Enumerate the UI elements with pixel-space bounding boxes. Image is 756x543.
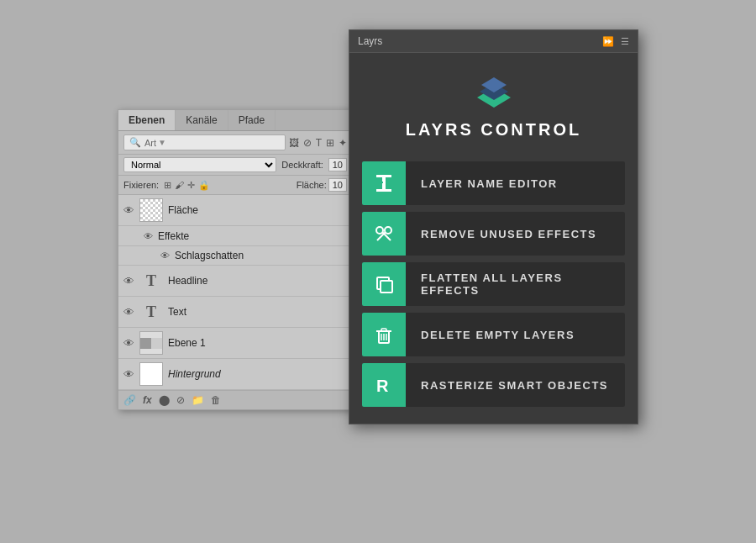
layer-name-editor-icon <box>362 161 406 205</box>
layer-item[interactable]: 👁 Schlagschatten <box>118 246 352 266</box>
layrs-logo <box>465 70 523 120</box>
menu-icon[interactable]: ☰ <box>621 36 629 47</box>
adjustment-icon[interactable]: ⬤ <box>159 394 170 406</box>
tab-pfade[interactable]: Pfade <box>228 110 276 130</box>
text-layer-icon: T <box>146 303 156 321</box>
visibility-icon[interactable]: 👁 <box>144 231 153 241</box>
visibility-icon[interactable]: 👁 <box>123 204 134 217</box>
layrs-title-icons: ⏩ ☰ <box>602 36 629 47</box>
layrs-buttons-container: LAYER NAME EDITOR REMOVE UNUSED EFFECTS <box>349 153 638 424</box>
ps-tabs: Ebenen Kanäle Pfade <box>118 110 352 131</box>
search-icon: 🔍 <box>129 137 141 148</box>
transform-icon: ⊞ <box>326 137 334 149</box>
layer-name-editor-button[interactable]: LAYER NAME EDITOR <box>362 161 625 205</box>
layer-name: Hintergrund <box>168 368 221 380</box>
fix-label: Fixieren: <box>123 180 159 190</box>
layer-name: Headline <box>168 275 207 287</box>
text-layer-icon: T <box>146 272 156 290</box>
layrs-app-title: LAYRS CONTROL <box>406 120 581 140</box>
ps-layers-panel: Ebenen Kanäle Pfade 🔍 Art ▼ 🖼 ⊘ T ⊞ ✦ No… <box>118 109 353 410</box>
layer-thumbnail <box>139 331 163 355</box>
trash-icon <box>372 323 396 346</box>
layer-name-editor-label: LAYER NAME EDITOR <box>406 177 558 190</box>
fix-paint-icon[interactable]: 🖌 <box>175 180 184 191</box>
rasterize-smart-objects-label: RASTERIZE SMART OBJECTS <box>406 379 608 392</box>
flatten-all-layers-label: FLATTEN ALL LAYERS EFFECTS <box>406 272 625 297</box>
layer-search-input[interactable]: 🔍 Art ▼ <box>123 134 286 150</box>
tab-kanaele[interactable]: Kanäle <box>176 110 228 130</box>
tab-ebenen[interactable]: Ebenen <box>118 110 176 130</box>
layer-item[interactable]: 👁 Ebene 1 <box>118 328 352 359</box>
image-layer-icon: 🖼 <box>289 137 299 149</box>
fix-move-icon[interactable]: ✛ <box>187 180 195 191</box>
svg-text:R: R <box>376 377 389 395</box>
rasterize-smart-objects-icon: R <box>362 363 406 407</box>
flaeche-row: Fläche: 10 <box>297 178 347 192</box>
delete-empty-layers-label: DELETE EMPTY LAYERS <box>406 329 575 341</box>
layer-name: Text <box>168 306 186 318</box>
layrs-titlebar: Layrs ⏩ ☰ <box>349 30 638 53</box>
group-icon[interactable]: 📁 <box>192 394 204 406</box>
rasterize-smart-objects-button[interactable]: R RASTERIZE SMART OBJECTS <box>362 363 625 407</box>
layer-item[interactable]: 👁 Effekte <box>118 226 352 246</box>
type-layer-icon: T <box>316 137 322 149</box>
flatten-all-layers-button[interactable]: FLATTEN ALL LAYERS EFFECTS <box>362 262 625 306</box>
ps-fix-bar: Fixieren: ⊞ 🖌 ✛ 🔒 Fläche: 10 <box>118 176 352 195</box>
fix-position-icon[interactable]: ⊞ <box>164 180 171 191</box>
layer-thumbnail: T <box>139 269 163 293</box>
remove-unused-effects-button[interactable]: REMOVE UNUSED EFFECTS <box>362 212 625 256</box>
layer-item[interactable]: 👁 Hintergrund <box>118 359 352 390</box>
layer-item[interactable]: 👁 T Text <box>118 297 352 328</box>
ps-search-bar: 🔍 Art ▼ 🖼 ⊘ T ⊞ ✦ <box>118 131 352 155</box>
layer-thumbnail <box>139 362 163 386</box>
flatten-all-layers-icon <box>362 262 406 306</box>
svg-rect-5 <box>376 189 391 192</box>
mask-icon[interactable]: ⊘ <box>176 394 185 406</box>
ps-layer-type-icons: 🖼 ⊘ T ⊞ ✦ <box>289 137 347 149</box>
svg-point-7 <box>376 227 383 234</box>
visibility-icon[interactable]: 👁 <box>160 250 170 261</box>
layer-thumbnail <box>139 198 163 222</box>
remove-unused-effects-label: REMOVE UNUSED EFFECTS <box>406 228 596 240</box>
layer-thumbnail: T <box>139 300 163 324</box>
fix-icons: ⊞ 🖌 ✛ 🔒 <box>164 180 210 191</box>
scissors-icon <box>372 222 396 245</box>
ps-layers-list: 👁 Fläche 👁 Effekte 👁 Schlagschatten 👁 T … <box>118 195 352 390</box>
visibility-icon[interactable]: 👁 <box>123 275 134 287</box>
ps-bottom-bar: 🔗 fx ⬤ ⊘ 📁 🗑 <box>118 390 352 409</box>
layer-name: Ebene 1 <box>168 337 206 349</box>
visibility-icon[interactable]: 👁 <box>123 306 134 319</box>
svg-rect-15 <box>381 329 386 331</box>
visibility-icon[interactable]: 👁 <box>123 368 134 381</box>
flaeche-value: 10 <box>328 178 347 192</box>
layrs-panel: Layrs ⏩ ☰ LAYRS CONTROL <box>349 29 638 424</box>
opacity-value: 10 <box>328 158 347 171</box>
svg-point-8 <box>385 227 391 234</box>
fast-forward-icon[interactable]: ⏩ <box>602 36 614 47</box>
flaeche-label: Fläche: <box>297 180 327 190</box>
delete-layer-icon[interactable]: 🗑 <box>211 394 221 406</box>
layrs-header: LAYRS CONTROL <box>349 53 638 153</box>
opacity-label: Deckkraft: <box>281 160 323 170</box>
delete-empty-layers-button[interactable]: DELETE EMPTY LAYERS <box>362 313 625 356</box>
rasterize-icon: R <box>372 373 396 397</box>
fix-lock-icon[interactable]: 🔒 <box>198 180 210 191</box>
layer-name: Schlagschatten <box>175 250 244 261</box>
layer-item[interactable]: 👁 Fläche <box>118 195 352 226</box>
layer-name: Effekte <box>158 230 189 242</box>
svg-rect-12 <box>381 281 392 293</box>
mask-layer-icon: ⊘ <box>303 137 312 149</box>
layer-item[interactable]: 👁 T Headline <box>118 266 352 297</box>
layers-flatten-icon <box>372 272 396 296</box>
blending-mode-select[interactable]: Normal <box>123 157 276 172</box>
link-icon[interactable]: 🔗 <box>123 394 136 406</box>
svg-rect-6 <box>379 182 383 183</box>
fx-icon[interactable]: fx <box>143 394 152 406</box>
svg-rect-3 <box>376 175 391 177</box>
visibility-icon[interactable]: 👁 <box>123 337 134 350</box>
layrs-panel-title: Layrs <box>358 35 382 47</box>
ps-blending-bar: Normal Deckkraft: 10 <box>118 155 352 176</box>
artboard-icon: ✦ <box>339 137 347 149</box>
layer-name: Fläche <box>168 204 198 216</box>
text-cursor-icon <box>372 171 396 195</box>
